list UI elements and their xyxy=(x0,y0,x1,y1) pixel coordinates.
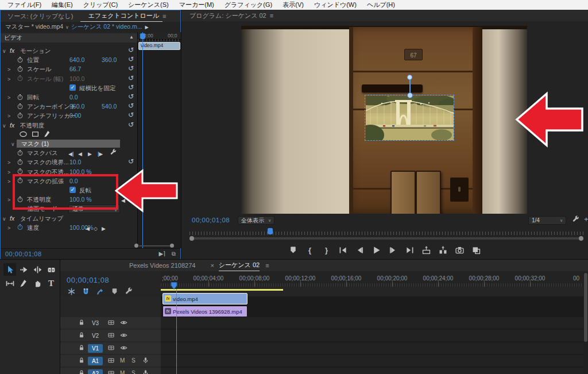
stopwatch-icon[interactable] xyxy=(17,56,24,63)
twirl-closed-icon[interactable]: > xyxy=(7,112,10,120)
effect-row-縦横比を固定[interactable]: ✓縦横比を固定↺ xyxy=(1,83,137,92)
reset-parameter-icon[interactable]: ↺ xyxy=(128,46,134,54)
reset-parameter-icon[interactable]: ↺ xyxy=(128,121,134,129)
effect-row-速度[interactable]: >速度100.00%◀◇▶ xyxy=(1,223,137,232)
play-in-to-out-icon[interactable]: ▶⌉ xyxy=(158,250,165,257)
razor-tool[interactable] xyxy=(45,263,57,276)
reset-parameter-icon[interactable]: ↺ xyxy=(128,92,134,101)
effect-row-スケール[interactable]: >スケール66.7↺ xyxy=(1,64,137,74)
param-value[interactable]: 960.0 xyxy=(69,102,84,110)
eye-icon[interactable] xyxy=(120,344,127,352)
effect-row-モーション[interactable]: ∨fxモーション↺ xyxy=(1,46,137,55)
clip-video.mp4[interactable]: fxvideo.mp4 xyxy=(163,293,247,304)
track-header-V3[interactable]: V3 xyxy=(60,317,161,329)
extract-button[interactable] xyxy=(438,244,449,256)
reset-parameter-icon[interactable]: ↺ xyxy=(128,102,134,110)
twirl-closed-icon[interactable]: > xyxy=(7,196,10,204)
close-tab-icon[interactable]: × xyxy=(206,262,218,269)
mark-in-button[interactable]: { xyxy=(304,244,316,256)
monitor-scrub-ruler[interactable] xyxy=(189,228,583,235)
param-value[interactable]: 0.0 xyxy=(69,93,78,101)
effect-row-スケール (幅)[interactable]: >スケール (幅)100.0↺ xyxy=(1,74,137,83)
mic-icon[interactable] xyxy=(142,357,149,364)
collapse-icon[interactable]: ▲ xyxy=(129,34,134,40)
reset-parameter-icon[interactable]: ↺ xyxy=(128,64,134,72)
timeline-ruler[interactable]: ;00;0000;00;04;0000;00;08;0000;00;12;000… xyxy=(161,272,583,287)
stopwatch-icon[interactable] xyxy=(17,112,24,119)
param-value[interactable]: 540.0 xyxy=(102,102,117,110)
sync-lock-icon[interactable] xyxy=(107,319,115,326)
resolution-dropdown[interactable]: 1/4 ∨ xyxy=(528,216,566,225)
selection-tool[interactable] xyxy=(3,263,16,276)
monitor-settings-wrench-icon[interactable] xyxy=(572,215,580,223)
track-lane-A1[interactable] xyxy=(161,355,583,367)
monitor-playhead[interactable] xyxy=(268,228,273,234)
stopwatch-icon[interactable] xyxy=(17,65,24,72)
scrollbar-track[interactable] xyxy=(139,245,170,246)
menu-item[interactable]: ヘルプ(H) xyxy=(362,0,400,10)
keyframe-nav-icon[interactable]: ◀| xyxy=(68,150,74,158)
track-target-V2[interactable]: V2 xyxy=(88,331,103,340)
sync-lock-icon[interactable] xyxy=(107,344,115,352)
menu-item[interactable]: グラフィック(G) xyxy=(219,0,277,10)
nest-icon[interactable] xyxy=(67,287,76,296)
mute-button[interactable]: M xyxy=(120,370,125,374)
effect-row-位置[interactable]: 位置640.0360.0↺ xyxy=(1,55,137,64)
linked-selection-icon[interactable] xyxy=(96,287,105,296)
zoom-handle-right[interactable] xyxy=(579,236,583,241)
ellipse-mask-tool-icon[interactable] xyxy=(19,130,28,138)
eye-icon[interactable] xyxy=(120,319,127,326)
effect-row-マスクの境界...[interactable]: >マスクの境界...10.0↺ xyxy=(1,157,137,167)
effect-row-マスクパス[interactable]: マスクパス◀|◀▶|▶ xyxy=(1,148,137,157)
twirl-closed-icon[interactable]: > xyxy=(7,168,10,176)
effect-mini-timeline[interactable]: ;00;00 00;0 video.mp4 xyxy=(137,32,181,248)
rect-mask-tool-icon[interactable] xyxy=(31,130,40,138)
mic-icon[interactable] xyxy=(142,369,149,374)
reset-parameter-icon[interactable]: ↺ xyxy=(128,83,134,91)
timeline-settings-wrench-icon[interactable] xyxy=(125,287,133,296)
effect-row-アンチフリッカー[interactable]: >アンチフリッカー0.00↺ xyxy=(1,111,137,120)
track-header-V1[interactable]: V1 xyxy=(60,342,161,354)
param-value[interactable]: 0.00 xyxy=(69,111,81,119)
param-value[interactable]: 10.0 xyxy=(69,158,81,166)
mute-button[interactable]: M xyxy=(120,357,125,364)
lock-icon[interactable] xyxy=(78,319,85,326)
track-lane-V2[interactable] xyxy=(161,330,583,341)
track-header-V2[interactable]: V2 xyxy=(60,330,161,341)
next-keyframe-icon[interactable]: ▶ xyxy=(102,225,106,233)
reset-parameter-icon[interactable]: ↺ xyxy=(128,55,134,63)
param-value[interactable]: 100.00% xyxy=(69,223,93,232)
mark-out-button[interactable]: } xyxy=(321,244,332,256)
comparison-view-button[interactable] xyxy=(471,244,482,256)
lock-icon[interactable] xyxy=(78,357,85,364)
go-to-out-button[interactable] xyxy=(404,244,416,256)
hand-tool[interactable] xyxy=(31,277,44,290)
track-target-V3[interactable]: V3 xyxy=(88,319,103,327)
lock-icon[interactable] xyxy=(78,331,85,338)
add-marker-button[interactable] xyxy=(288,244,299,256)
twirl-open-icon[interactable]: ∨ xyxy=(11,140,15,148)
panel-menu-icon[interactable]: ≡ xyxy=(260,262,269,269)
eye-icon[interactable] xyxy=(120,331,127,339)
step-forward-button[interactable] xyxy=(388,244,399,256)
type-tool[interactable]: T xyxy=(45,277,57,290)
keyframe-nav-icon[interactable]: ▶ xyxy=(88,150,92,158)
menu-item[interactable]: 編集(E) xyxy=(47,0,78,10)
tab-sequence[interactable]: シーケンス 02 xyxy=(219,260,260,271)
clip-selection-bounding-box[interactable] xyxy=(365,95,454,141)
tab-source-monitor[interactable]: ソース: (クリップなし) xyxy=(1,12,80,21)
reset-parameter-icon[interactable]: ↺ xyxy=(128,74,134,82)
program-video-frame[interactable]: 67 xyxy=(241,26,527,214)
track-lane-V1[interactable] xyxy=(161,342,583,354)
timeline-timecode[interactable]: 00;00;01;08 xyxy=(67,276,109,284)
twirl-open-icon[interactable]: ∨ xyxy=(2,47,6,55)
param-value[interactable]: 640.0 xyxy=(69,56,84,64)
monitor-timecode[interactable]: 00;00;01;08 xyxy=(192,217,230,223)
solo-button[interactable]: S xyxy=(131,357,136,364)
prev-keyframe-icon[interactable]: ◀ xyxy=(86,225,90,233)
add-keyframe-icon[interactable]: ◇ xyxy=(94,225,98,233)
tab-project-panel[interactable]: Pexels Videos 2108274 xyxy=(60,262,206,269)
twirl-open-icon[interactable]: ∨ xyxy=(2,215,6,223)
track-lane-A2[interactable] xyxy=(161,368,583,374)
menu-item[interactable]: ウィンドウ(W) xyxy=(309,0,362,10)
